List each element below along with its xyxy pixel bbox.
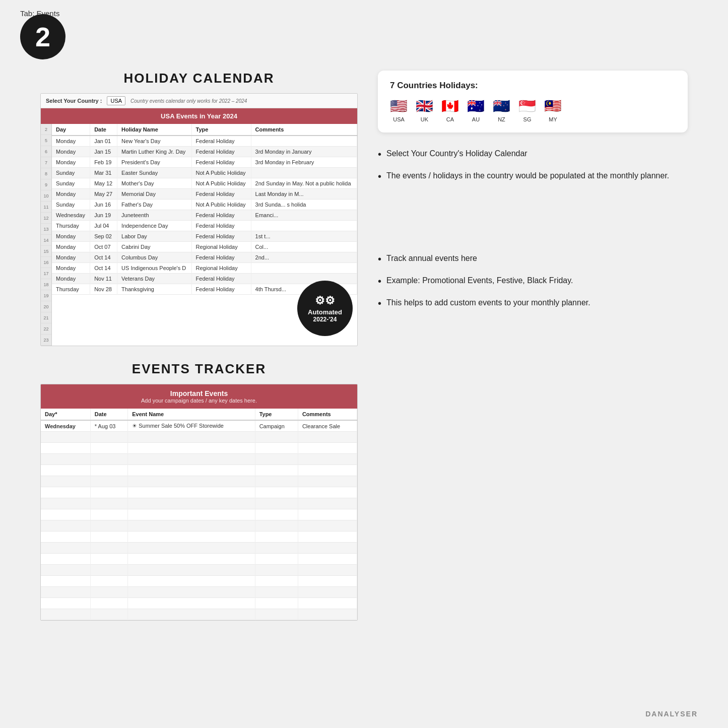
flag-item: 🇺🇸USA <box>390 98 408 122</box>
table-row: MondayOct 14Columbus DayFederal Holiday2… <box>52 252 357 263</box>
table-row: WednesdayJun 19JuneteenthFederal Holiday… <box>52 210 357 221</box>
filter-label: Select Your Country : <box>46 98 102 104</box>
table-row <box>41 598 357 609</box>
flag-label: NZ <box>498 116 505 122</box>
holiday-table: Day Date Holiday Name Type Comments Mond… <box>52 124 357 295</box>
flag-label: UK <box>421 116 428 122</box>
table-row <box>41 476 357 487</box>
flag-item: 🇦🇺AU <box>467 98 485 122</box>
col-date: Date <box>90 124 117 136</box>
flag-emoji: 🇺🇸 <box>390 98 408 114</box>
table-row: ThursdayJul 04Independence DayFederal Ho… <box>52 221 357 231</box>
flag-item: 🇲🇾MY <box>544 98 562 122</box>
table-row <box>41 609 357 620</box>
table-row: SundayMay 12Mother's DayNot A Public Hol… <box>52 178 357 189</box>
countries-card: 7 Countries Holidays: 🇺🇸USA🇬🇧UK🇨🇦CA🇦🇺AU🇳… <box>378 71 688 133</box>
flag-item: 🇸🇬SG <box>518 98 536 122</box>
right-column: 7 Countries Holidays: 🇺🇸USA🇬🇧UK🇨🇦CA🇦🇺AU🇳… <box>378 71 688 688</box>
evt-col-day: Day* <box>41 409 90 420</box>
tracker-bullets: Track annual events hereExample: Promoti… <box>378 252 688 319</box>
table-row: MondaySep 02Labor DayFederal Holiday1st … <box>52 231 357 242</box>
badge-year: 2022-'24 <box>313 316 337 323</box>
filter-row: Select Your Country : USA Country events… <box>41 94 357 108</box>
events-sub-title: Add your campaign dates / any key dates … <box>46 398 352 404</box>
watermark: DANALYSER <box>645 710 698 718</box>
badge-text: Automated <box>308 308 342 316</box>
col-comments: Comments <box>251 124 357 136</box>
main-content: HOLIDAY CALENDAR Select Your Country : U… <box>40 71 688 688</box>
table-row <box>41 432 357 443</box>
flag-label: AU <box>472 116 480 122</box>
bullet-item: Example: Promotional Events, Festive, Bl… <box>378 275 688 289</box>
evt-col-type: Type <box>255 409 298 420</box>
flag-label: CA <box>446 116 454 122</box>
table-row: MondayNov 11Veterans DayFederal Holiday <box>52 274 357 284</box>
filter-note: Country events calendar only works for 2… <box>130 98 247 104</box>
table-row <box>41 576 357 587</box>
events-tracker-section: EVENTS TRACKER Important Events Add your… <box>40 361 358 621</box>
col-holiday-name: Holiday Name <box>117 124 191 136</box>
table-row <box>41 565 357 576</box>
table-row: MondayOct 07Cabrini DayRegional HolidayC… <box>52 242 357 252</box>
table-row <box>41 587 357 598</box>
table-row: MondayJan 15Martin Luther King Jr. DayFe… <box>52 147 357 157</box>
table-row <box>41 465 357 476</box>
flag-item: 🇬🇧UK <box>416 98 433 122</box>
spacer <box>378 207 688 237</box>
flag-label: USA <box>393 116 405 122</box>
table-row <box>41 554 357 565</box>
col-type: Type <box>191 124 251 136</box>
flag-label: MY <box>549 116 557 122</box>
tab-number: 2 <box>20 14 65 59</box>
countries-card-title: 7 Countries Holidays: <box>390 81 676 91</box>
table-row: MondayJan 01New Year's DayFederal Holida… <box>52 136 357 147</box>
evt-col-event-name: Event Name <box>128 409 255 420</box>
events-main-title: Important Events <box>46 389 352 398</box>
col-day: Day <box>52 124 90 136</box>
row-numbers: 2 5 6 7 8 9 10 11 12 13 14 15 16 <box>41 124 52 346</box>
flag-item: 🇨🇦CA <box>441 98 459 122</box>
table-row: Wednesday* Aug 03☀ Summer Sale 50% OFF S… <box>41 420 357 432</box>
bullet-item: This helps to add custom events to your … <box>378 297 688 311</box>
table-row: MondayFeb 19President's DayFederal Holid… <box>52 157 357 168</box>
events-tracker-title: EVENTS TRACKER <box>40 361 358 377</box>
holiday-spreadsheet-wrap: Select Your Country : USA Country events… <box>40 93 358 346</box>
flag-emoji: 🇲🇾 <box>544 98 562 114</box>
table-row <box>41 498 357 509</box>
flag-item: 🇳🇿NZ <box>493 98 510 122</box>
bullet-item: Track annual events here <box>378 252 688 267</box>
events-header: Important Events Add your campaign dates… <box>41 384 357 409</box>
flags-row: 🇺🇸USA🇬🇧UK🇨🇦CA🇦🇺AU🇳🇿NZ🇸🇬SG🇲🇾MY <box>390 98 676 122</box>
flag-emoji: 🇨🇦 <box>441 98 459 114</box>
table-row: SundayMar 31Easter SundayNot A Public Ho… <box>52 168 357 178</box>
gear-icon: ⚙⚙ <box>315 294 335 307</box>
events-spreadsheet: Important Events Add your campaign dates… <box>40 384 358 621</box>
automated-badge: ⚙⚙ Automated 2022-'24 <box>297 281 353 336</box>
holiday-header: USA Events in Year 2024 <box>41 108 357 124</box>
holiday-calendar-title: HOLIDAY CALENDAR <box>40 71 358 86</box>
flag-emoji: 🇳🇿 <box>493 98 510 114</box>
left-column: HOLIDAY CALENDAR Select Your Country : U… <box>40 71 358 688</box>
flag-label: SG <box>523 116 532 122</box>
events-table: Day* Date Event Name Type Comments Wedne… <box>41 409 357 620</box>
table-row <box>41 454 357 465</box>
table-row <box>41 532 357 543</box>
evt-col-date: Date <box>90 409 127 420</box>
bullet-item: The events / holidays in the country wou… <box>378 170 688 184</box>
table-row: MondayMay 27Memorial DayFederal HolidayL… <box>52 189 357 200</box>
bullet-item: Select Your Country's Holiday Calendar <box>378 148 688 162</box>
table-row <box>41 443 357 454</box>
flag-emoji: 🇦🇺 <box>467 98 485 114</box>
table-row <box>41 543 357 554</box>
holiday-bullets: Select Your Country's Holiday CalendarTh… <box>378 148 688 192</box>
table-row <box>41 487 357 498</box>
table-row: SundayJun 16Father's DayNot A Public Hol… <box>52 200 357 210</box>
holiday-calendar-section: HOLIDAY CALENDAR Select Your Country : U… <box>40 71 358 346</box>
table-row <box>41 509 357 520</box>
table-row <box>41 520 357 532</box>
evt-col-comments: Comments <box>298 409 357 420</box>
country-select[interactable]: USA <box>107 96 125 105</box>
table-row: MondayOct 14US Indigenous People's DRegi… <box>52 263 357 274</box>
flag-emoji: 🇬🇧 <box>416 98 433 114</box>
flag-emoji: 🇸🇬 <box>518 98 536 114</box>
